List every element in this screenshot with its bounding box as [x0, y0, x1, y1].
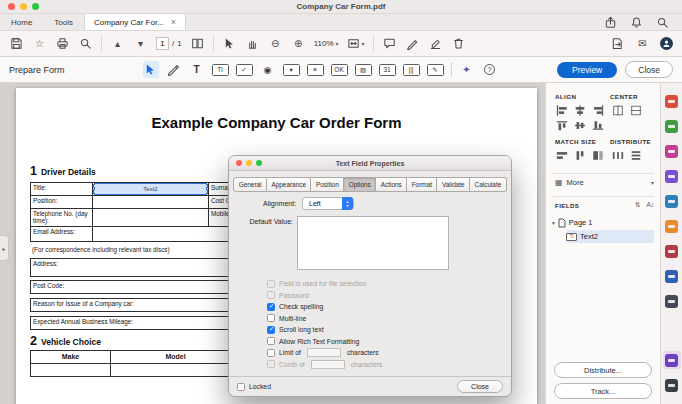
search-icon[interactable]: [655, 14, 670, 30]
hand-tool-icon[interactable]: [245, 36, 260, 52]
match-height-icon[interactable]: [572, 149, 587, 162]
previous-page-icon[interactable]: ▴: [110, 36, 125, 52]
mail-icon[interactable]: ✉: [635, 36, 650, 52]
locked-checkbox[interactable]: [237, 383, 245, 391]
zoom-level-dropdown[interactable]: 110% ▾: [314, 39, 339, 48]
signature-field-tool-icon[interactable]: ✎: [427, 61, 444, 78]
tab-format[interactable]: Format: [407, 177, 437, 192]
text-field-tool-icon[interactable]: TI: [212, 61, 229, 78]
tree-item-page-1[interactable]: ▾ Page 1: [552, 216, 654, 229]
tab-options[interactable]: Options: [344, 177, 376, 192]
option-scroll-long-text[interactable]: Scroll long text: [267, 324, 501, 336]
list-field-tool-icon[interactable]: ≡: [307, 61, 324, 78]
option-check-spelling[interactable]: Check spelling: [267, 301, 501, 313]
highlight-icon[interactable]: [428, 36, 443, 52]
select-tool-icon[interactable]: [222, 36, 237, 52]
measure-icon[interactable]: [663, 376, 681, 394]
dialog-minimize-button[interactable]: [246, 160, 252, 166]
favorites-star-icon[interactable]: ☆: [32, 36, 47, 52]
tab-appearance[interactable]: Appearance: [267, 177, 311, 192]
tab-tools[interactable]: Tools: [43, 14, 84, 30]
ink-signature-icon[interactable]: [166, 61, 182, 78]
match-both-icon[interactable]: [590, 149, 605, 162]
print-icon[interactable]: [55, 36, 70, 52]
match-width-icon[interactable]: [554, 149, 569, 162]
distribute-horizontally-icon[interactable]: [610, 149, 625, 162]
form-select-tool-icon[interactable]: [143, 61, 159, 78]
align-top-icon[interactable]: [554, 119, 569, 132]
center-horizontally-icon[interactable]: [610, 104, 625, 117]
compress-pdf-icon[interactable]: [663, 242, 681, 260]
tab-validate[interactable]: Validate: [437, 177, 470, 192]
align-center-icon[interactable]: [572, 104, 587, 117]
window-zoom-button[interactable]: [32, 3, 39, 10]
alignment-dropdown[interactable]: Left ▴▾: [302, 197, 354, 210]
center-vertically-icon[interactable]: [628, 104, 643, 117]
checkbox[interactable]: [267, 314, 275, 322]
save-icon[interactable]: [9, 36, 24, 52]
align-bottom-icon[interactable]: [590, 119, 605, 132]
redact-icon[interactable]: [663, 292, 681, 310]
sort-order-icon[interactable]: ⇅: [635, 201, 640, 209]
image-field-tool-icon[interactable]: ▨: [355, 61, 372, 78]
option-rich-text[interactable]: Allow Rich Text Formatting: [267, 336, 501, 348]
tab-calculate[interactable]: Calculate: [470, 177, 507, 192]
export-pdf-icon[interactable]: [663, 92, 681, 110]
help-icon[interactable]: ?: [482, 61, 498, 78]
align-right-icon[interactable]: [590, 104, 605, 117]
dialog-close-button[interactable]: Close: [457, 380, 503, 393]
dialog-zoom-button[interactable]: [256, 160, 262, 166]
page-view-icon[interactable]: [190, 36, 205, 52]
checkbox[interactable]: [267, 337, 275, 345]
comment-icon[interactable]: [382, 36, 397, 52]
form-close-button[interactable]: Close: [625, 61, 673, 78]
prepare-form-icon[interactable]: [663, 351, 681, 369]
edit-pdf-icon[interactable]: [663, 142, 681, 160]
tab-general[interactable]: General: [233, 177, 267, 192]
default-value-textarea[interactable]: [297, 216, 449, 270]
page-thumbnails-toggle[interactable]: ▸: [0, 235, 9, 261]
window-minimize-button[interactable]: [20, 3, 27, 10]
align-left-icon[interactable]: [554, 104, 569, 117]
delete-icon[interactable]: [451, 36, 466, 52]
button-field-tool-icon[interactable]: OK: [331, 61, 348, 78]
export-pdf-icon[interactable]: [610, 36, 625, 52]
checkbox[interactable]: [267, 303, 275, 311]
checkbox-field-tool-icon[interactable]: ✓: [236, 61, 253, 78]
next-page-icon[interactable]: ▾: [133, 36, 148, 52]
zoom-in-icon[interactable]: ⊕: [291, 36, 306, 52]
fit-width-dropdown[interactable]: ▾: [347, 37, 365, 50]
text2-form-field[interactable]: Text2: [93, 183, 208, 195]
fill-sign-icon[interactable]: [405, 36, 420, 52]
page-number-input[interactable]: [156, 37, 169, 50]
add-text-icon[interactable]: T: [189, 61, 205, 78]
option-multi-line[interactable]: Multi-line: [267, 313, 501, 325]
more-tools-row[interactable]: ▦ More ▾: [555, 178, 654, 187]
dialog-close-button[interactable]: [236, 160, 242, 166]
checkbox[interactable]: [267, 326, 275, 334]
align-middle-icon[interactable]: [572, 119, 587, 132]
protect-icon[interactable]: [663, 267, 681, 285]
notification-bell-icon[interactable]: [629, 14, 644, 30]
comment-icon[interactable]: [663, 167, 681, 185]
distribute-vertically-icon[interactable]: [628, 149, 643, 162]
organize-pages-icon[interactable]: [663, 217, 681, 235]
window-close-button[interactable]: [8, 3, 15, 10]
tab-home[interactable]: Home: [0, 14, 43, 30]
account-avatar[interactable]: [660, 37, 673, 50]
radio-field-tool-icon[interactable]: ◉: [260, 61, 276, 78]
tab-actions[interactable]: Actions: [376, 177, 407, 192]
track-button[interactable]: Track...: [554, 383, 652, 399]
tab-position[interactable]: Position: [311, 177, 344, 192]
tab-close-icon[interactable]: ×: [171, 18, 176, 27]
distribute-button[interactable]: Distribute...: [554, 362, 652, 378]
option-limit-of[interactable]: Limit of characters: [267, 347, 501, 359]
date-field-tool-icon[interactable]: 31: [379, 61, 396, 78]
create-pdf-icon[interactable]: [663, 117, 681, 135]
share-icon[interactable]: [603, 14, 618, 30]
find-icon[interactable]: [78, 36, 93, 52]
document-tab[interactable]: Company Car For... ×: [84, 14, 186, 30]
zoom-out-icon[interactable]: ⊖: [268, 36, 283, 52]
dropdown-field-tool-icon[interactable]: ▾: [283, 61, 300, 78]
barcode-field-tool-icon[interactable]: |||: [403, 61, 420, 78]
